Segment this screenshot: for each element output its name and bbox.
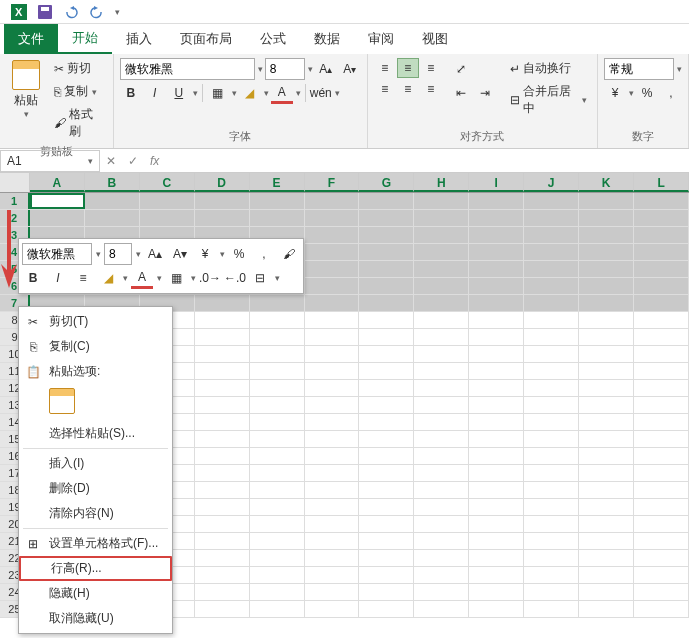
cell-K4[interactable] (579, 244, 634, 260)
number-format-select[interactable] (604, 58, 674, 80)
cell-K7[interactable] (579, 295, 634, 311)
increase-font-icon[interactable]: A▴ (315, 58, 337, 80)
cell-G15[interactable] (359, 431, 414, 447)
cell-H14[interactable] (414, 414, 469, 430)
cell-K18[interactable] (579, 482, 634, 498)
col-E[interactable]: E (250, 173, 305, 192)
cell-L12[interactable] (634, 380, 689, 396)
col-C[interactable]: C (140, 173, 195, 192)
cell-E8[interactable] (250, 312, 305, 328)
cell-H13[interactable] (414, 397, 469, 413)
cell-D7[interactable] (195, 295, 250, 311)
cell-F4[interactable] (305, 244, 360, 260)
col-K[interactable]: K (579, 173, 634, 192)
cell-I13[interactable] (469, 397, 524, 413)
cell-K10[interactable] (579, 346, 634, 362)
cell-G17[interactable] (359, 465, 414, 481)
cell-I21[interactable] (469, 533, 524, 549)
cell-A1[interactable] (30, 193, 85, 209)
ctx-clear[interactable]: 清除内容(N) (19, 501, 172, 526)
cell-L11[interactable] (634, 363, 689, 379)
cell-E23[interactable] (250, 567, 305, 583)
cell-F19[interactable] (305, 499, 360, 515)
cell-H22[interactable] (414, 550, 469, 566)
mini-font-name[interactable] (22, 243, 92, 265)
cell-I12[interactable] (469, 380, 524, 396)
cell-G24[interactable] (359, 584, 414, 600)
cell-G22[interactable] (359, 550, 414, 566)
cell-E18[interactable] (250, 482, 305, 498)
cell-D13[interactable] (195, 397, 250, 413)
cell-L3[interactable] (634, 227, 689, 243)
cell-B2[interactable] (85, 210, 140, 226)
paste-option-default[interactable] (49, 388, 75, 414)
tab-view[interactable]: 视图 (408, 24, 462, 54)
cell-J14[interactable] (524, 414, 579, 430)
cell-L19[interactable] (634, 499, 689, 515)
cell-H10[interactable] (414, 346, 469, 362)
cell-I17[interactable] (469, 465, 524, 481)
paste-dropdown-icon[interactable]: ▾ (24, 109, 29, 119)
cell-G19[interactable] (359, 499, 414, 515)
mini-font-color[interactable]: A (131, 267, 153, 289)
cell-H21[interactable] (414, 533, 469, 549)
cell-G4[interactable] (359, 244, 414, 260)
align-center[interactable]: ≡ (397, 79, 419, 99)
phonetic-button[interactable]: wén (310, 82, 332, 104)
cell-H17[interactable] (414, 465, 469, 481)
cell-H3[interactable] (414, 227, 469, 243)
cell-G2[interactable] (359, 210, 414, 226)
decrease-indent[interactable]: ⇤ (450, 82, 472, 104)
ctx-unhide[interactable]: 取消隐藏(U) (19, 606, 172, 631)
cell-K5[interactable] (579, 261, 634, 277)
cell-D1[interactable] (195, 193, 250, 209)
cell-I14[interactable] (469, 414, 524, 430)
cell-C2[interactable] (140, 210, 195, 226)
italic-button[interactable]: I (144, 82, 166, 104)
underline-button[interactable]: U (168, 82, 190, 104)
mini-decrease-font-icon[interactable]: A▾ (169, 243, 191, 265)
cell-L25[interactable] (634, 601, 689, 617)
cell-D9[interactable] (195, 329, 250, 345)
cell-G23[interactable] (359, 567, 414, 583)
cell-D18[interactable] (195, 482, 250, 498)
cell-H2[interactable] (414, 210, 469, 226)
cell-I25[interactable] (469, 601, 524, 617)
tab-file[interactable]: 文件 (4, 24, 58, 54)
tab-home[interactable]: 开始 (58, 24, 112, 54)
cell-E22[interactable] (250, 550, 305, 566)
cell-H1[interactable] (414, 193, 469, 209)
ctx-paste-special[interactable]: 选择性粘贴(S)... (19, 421, 172, 446)
cell-L9[interactable] (634, 329, 689, 345)
ctx-copy[interactable]: ⎘复制(C) (19, 334, 172, 359)
cell-F22[interactable] (305, 550, 360, 566)
cell-L13[interactable] (634, 397, 689, 413)
cell-F11[interactable] (305, 363, 360, 379)
border-button[interactable]: ▦ (207, 82, 229, 104)
cell-K2[interactable] (579, 210, 634, 226)
cell-F25[interactable] (305, 601, 360, 617)
cell-K14[interactable] (579, 414, 634, 430)
ctx-cut[interactable]: ✂剪切(T) (19, 309, 172, 334)
cell-K21[interactable] (579, 533, 634, 549)
cell-F6[interactable] (305, 278, 360, 294)
ctx-row-height[interactable]: 行高(R)... (19, 556, 172, 581)
align-left[interactable]: ≡ (374, 79, 396, 99)
font-size-select[interactable] (265, 58, 305, 80)
cell-E13[interactable] (250, 397, 305, 413)
cell-L6[interactable] (634, 278, 689, 294)
ctx-format-cells[interactable]: ⊞设置单元格格式(F)... (19, 531, 172, 556)
tab-layout[interactable]: 页面布局 (166, 24, 246, 54)
cell-G16[interactable] (359, 448, 414, 464)
cell-G10[interactable] (359, 346, 414, 362)
fill-color-button[interactable]: ◢ (239, 82, 261, 104)
cell-K3[interactable] (579, 227, 634, 243)
cell-L2[interactable] (634, 210, 689, 226)
cell-G7[interactable] (359, 295, 414, 311)
cell-I18[interactable] (469, 482, 524, 498)
cell-D15[interactable] (195, 431, 250, 447)
cell-D14[interactable] (195, 414, 250, 430)
cell-I10[interactable] (469, 346, 524, 362)
cell-G12[interactable] (359, 380, 414, 396)
cell-J18[interactable] (524, 482, 579, 498)
